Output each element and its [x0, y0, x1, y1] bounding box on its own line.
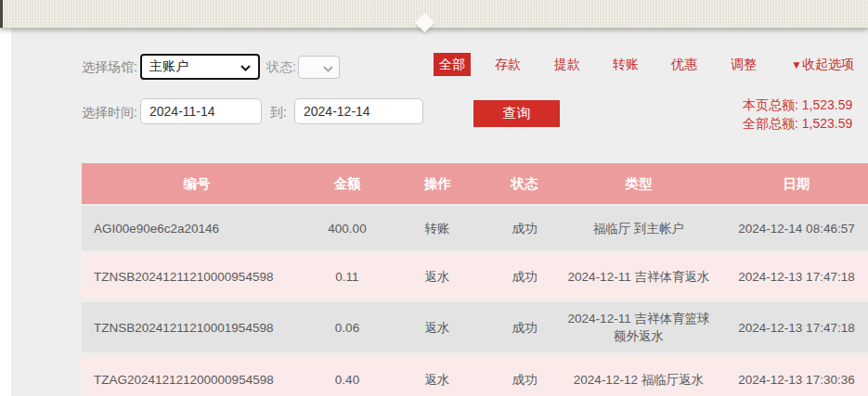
cell-amount: 400.00 [312, 220, 382, 237]
venue-label: 选择场馆: [82, 59, 137, 76]
tab-deposit[interactable]: 存款 [495, 57, 521, 73]
tab-all[interactable]: 全部 [434, 53, 471, 76]
tab-promo[interactable]: 优惠 [671, 57, 697, 73]
tab-adjust[interactable]: 调整 [731, 57, 757, 73]
table-row: TZNSB20241211210000954598 0.11 返水 成功 202… [82, 253, 868, 300]
transaction-history-page: 选择场馆: 主账户 状态: 全部 存款 提款 转账 优惠 调整 ▼收起选项 选择… [0, 0, 868, 396]
triangle-down-icon: ▼ [791, 58, 802, 71]
cell-id: TZAG202412121200000954598 [82, 371, 312, 389]
cell-date: 2024-12-13 17:30:36 [720, 371, 868, 389]
table-row: AGI00e90e6c2a20146 400.00 转账 成功 福临厅 到主帐户… [82, 206, 868, 250]
table-row: TZNSB20241211210001954598 0.06 返水 成功 202… [82, 302, 868, 352]
cell-date: 2024-12-13 17:47:18 [720, 319, 868, 337]
cell-type: 2024-12-11 吉祥体育篮球额外返水 [557, 306, 720, 349]
page-total: 本页总额: 1,523.59 [743, 96, 852, 114]
date-to-input[interactable] [294, 98, 423, 124]
header-type: 类型 [557, 172, 720, 197]
cell-date: 2024-12-14 08:46:57 [720, 220, 868, 237]
chevron-down-icon [323, 59, 333, 76]
cell-amount: 0.06 [312, 319, 382, 337]
cell-amount: 0.11 [312, 268, 382, 286]
cell-status: 成功 [492, 371, 557, 389]
collapse-options-label: 收起选项 [802, 57, 854, 71]
header-amount: 金额 [312, 175, 382, 193]
table-header-row: 编号 金额 操作 状态 类型 日期 [82, 163, 868, 204]
cell-operation: 返水 [382, 371, 492, 389]
tab-withdraw[interactable]: 提款 [554, 57, 580, 73]
to-label: 到: [270, 105, 287, 121]
tab-transfer[interactable]: 转账 [613, 57, 639, 73]
cell-type: 2024-12-12 福临厅返水 [557, 367, 720, 392]
cell-type: 2024-12-11 吉祥体育返水 [557, 264, 720, 289]
status-label: 状态: [266, 59, 296, 76]
cell-id: TZNSB20241211210000954598 [82, 268, 312, 286]
cell-operation: 返水 [382, 268, 492, 286]
header-operation: 操作 [382, 175, 492, 193]
top-texture-bar [0, 0, 868, 28]
chevron-down-icon [240, 59, 251, 74]
transactions-table: 编号 金额 操作 状态 类型 日期 AGI00e90e6c2a20146 400… [82, 163, 868, 396]
header-id: 编号 [82, 175, 312, 193]
cell-status: 成功 [492, 220, 557, 237]
cell-date: 2024-12-13 17:47:18 [720, 268, 868, 286]
cell-operation: 转账 [382, 220, 492, 237]
all-total: 全部总额: 1,523.59 [743, 114, 852, 133]
header-status: 状态 [492, 175, 557, 193]
cell-id: AGI00e90e6c2a20146 [82, 220, 312, 237]
cell-status: 成功 [492, 319, 557, 337]
collapse-options-button[interactable]: ▼收起选项 [791, 57, 854, 73]
status-select[interactable] [298, 56, 340, 79]
venue-select[interactable]: 主账户 [140, 54, 260, 80]
header-date: 日期 [720, 175, 868, 193]
time-range-label: 选择时间: [82, 105, 137, 121]
totals-summary: 本页总额: 1,523.59 全部总额: 1,523.59 [743, 96, 852, 133]
search-button[interactable]: 查询 [473, 100, 560, 127]
cell-id: TZNSB20241211210001954598 [82, 319, 312, 337]
cell-operation: 返水 [382, 319, 492, 337]
date-from-input[interactable] [140, 98, 262, 124]
table-row: TZAG202412121200000954598 0.40 返水 成功 202… [82, 355, 868, 396]
cell-status: 成功 [492, 268, 557, 286]
cell-type: 福临厅 到主帐户 [557, 216, 720, 241]
cell-amount: 0.40 [312, 371, 382, 389]
venue-select-value: 主账户 [149, 58, 188, 75]
